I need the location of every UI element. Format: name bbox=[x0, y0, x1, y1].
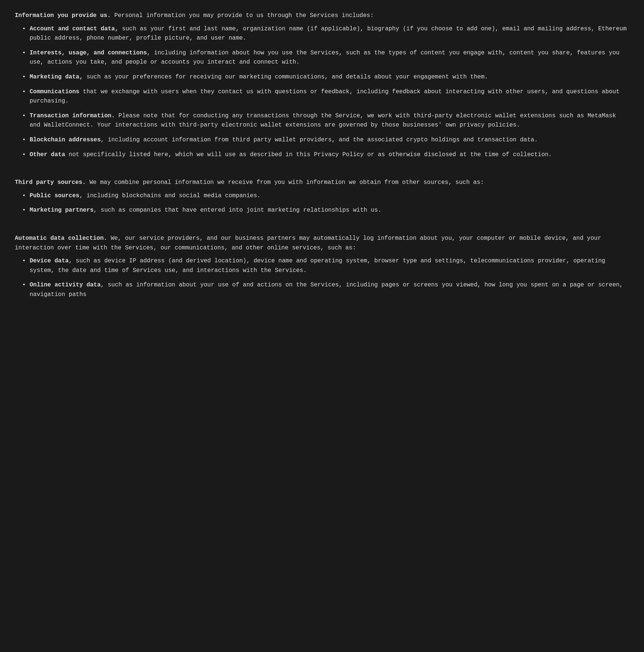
list-item: Interests, usage, and connections, inclu… bbox=[22, 48, 629, 67]
list-item: Public sources, including blockchains an… bbox=[22, 191, 629, 201]
list-item-bold: Interests, usage, and connections bbox=[30, 50, 147, 56]
section-information-you-provide: Information you provide us. Personal inf… bbox=[15, 11, 629, 159]
list-item: Account and contact data, such as your f… bbox=[22, 24, 629, 43]
section-third-party-sources-intro: Third party sources. We may combine pers… bbox=[15, 178, 629, 188]
section-automatic-data-collection-list: Device data, such as device IP address (… bbox=[15, 256, 629, 299]
list-item-bold: Device data bbox=[30, 258, 69, 264]
list-item: Transaction information. Please note tha… bbox=[22, 111, 629, 130]
section-information-you-provide-intro-bold: Information you provide us. bbox=[15, 12, 111, 19]
section-third-party-sources: Third party sources. We may combine pers… bbox=[15, 178, 629, 215]
list-item: Blockchain addresses, including account … bbox=[22, 135, 629, 145]
list-item: Other data not specifically listed here,… bbox=[22, 150, 629, 160]
list-item: Device data, such as device IP address (… bbox=[22, 256, 629, 275]
list-item-bold: Other data bbox=[30, 151, 65, 158]
list-item-bold: Blockchain addresses bbox=[30, 137, 101, 143]
section-automatic-data-collection: Automatic data collection. We, our servi… bbox=[15, 234, 629, 300]
list-item-bold: Transaction information. bbox=[30, 112, 115, 119]
list-item-bold: Public sources bbox=[30, 192, 79, 199]
list-item: Marketing partners, such as companies th… bbox=[22, 206, 629, 215]
list-item: Marketing data, such as your preferences… bbox=[22, 73, 629, 82]
list-item-bold: Online activity data bbox=[30, 282, 101, 288]
section-automatic-data-collection-intro: Automatic data collection. We, our servi… bbox=[15, 234, 629, 253]
list-item: Online activity data, such as informatio… bbox=[22, 280, 629, 299]
list-item-bold: Account and contact data, bbox=[30, 26, 118, 32]
list-item: Communications that we exchange with use… bbox=[22, 87, 629, 106]
privacy-policy-content: Information you provide us. Personal inf… bbox=[15, 11, 629, 299]
section-automatic-data-collection-intro-bold: Automatic data collection. bbox=[15, 235, 107, 242]
list-item-bold: Communications bbox=[30, 88, 79, 95]
list-item-bold: Marketing partners bbox=[30, 207, 94, 214]
section-third-party-sources-list: Public sources, including blockchains an… bbox=[15, 191, 629, 215]
section-information-you-provide-intro: Information you provide us. Personal inf… bbox=[15, 11, 629, 21]
section-information-you-provide-list: Account and contact data, such as your f… bbox=[15, 24, 629, 160]
section-third-party-sources-intro-bold: Third party sources. bbox=[15, 179, 86, 186]
list-item-bold: Marketing data, bbox=[30, 74, 83, 80]
